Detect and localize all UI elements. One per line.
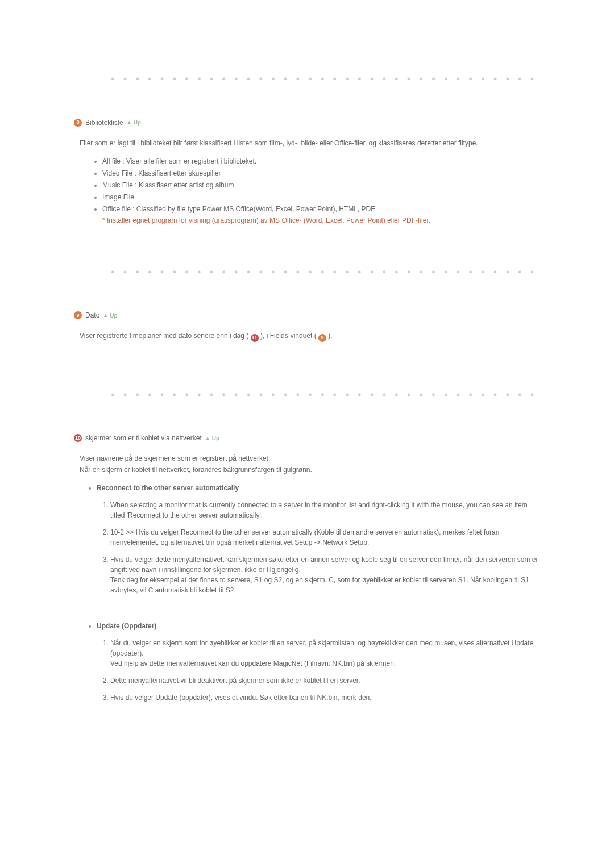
triangle-up-icon: ▲ [205, 436, 210, 441]
up-link[interactable]: ▲Up [103, 311, 117, 320]
list-item-text: Office file : Classified by file type Po… [102, 205, 375, 213]
up-link-label: Up [110, 311, 117, 320]
text-fragment: Når du velger en skjerm som for øyeblikk… [110, 639, 533, 657]
reconnect-heading: Reconnect to the other server automatica… [97, 484, 239, 492]
divider-dots: ● ● ● ● ● ● ● ● ● ● ● ● ● ● ● ● ● ● ● ● … [111, 390, 540, 399]
section-8-list: All file : Viser alle filer som er regis… [102, 156, 540, 226]
section-10-p2: Når en skjerm er koblet til nettverket, … [80, 465, 540, 475]
list-item: When selecting a monitor that is current… [110, 500, 540, 520]
divider-dots: ● ● ● ● ● ● ● ● ● ● ● ● ● ● ● ● ● ● ● ● … [111, 267, 540, 277]
up-link[interactable]: ▲Up [205, 434, 219, 443]
section-9-text: Viser registrerte timeplaner med dato se… [80, 331, 540, 342]
text-fragment: ), i Fields-vinduet ( [260, 332, 317, 340]
triangle-up-icon: ▲ [127, 120, 132, 125]
badge-10-icon: 10 [74, 434, 82, 442]
list-item: 10-2 >> Hvis du velger Reconnect to the … [110, 527, 540, 548]
badge-9-icon: 9 [74, 311, 82, 319]
section-10-sublist-2: Update (Oppdater) Når du velger en skjer… [97, 621, 540, 703]
list-item: Dette menyalternativet vil bli deaktiver… [110, 675, 540, 686]
reconnect-item: Reconnect to the other server automatica… [97, 483, 540, 595]
list-item: Hvis du velger dette menyalternativet, k… [110, 554, 540, 595]
text-fragment: Ved hjelp av dette menyalternativet kan … [110, 660, 396, 667]
up-link-label: Up [134, 118, 141, 127]
list-item: Hvis du velger Update (oppdater), vises … [110, 692, 540, 703]
update-heading: Update (Oppdater) [97, 622, 156, 630]
badge-9-inline-icon: 9 [318, 334, 326, 342]
section-8-intro: Filer som er lagt til i biblioteket blir… [80, 138, 540, 148]
text-fragment: Viser registrerte timeplaner med dato se… [80, 332, 248, 340]
section-10-title: skjermer som er tilkoblet via nettverket [85, 433, 202, 443]
up-link-label: Up [212, 434, 219, 443]
triangle-up-icon: ▲ [103, 313, 108, 318]
up-link[interactable]: ▲Up [127, 118, 141, 127]
section-9-title: Dato [85, 310, 99, 320]
update-item: Update (Oppdater) Når du velger en skjer… [97, 621, 540, 703]
divider-dots: ● ● ● ● ● ● ● ● ● ● ● ● ● ● ● ● ● ● ● ● … [111, 74, 540, 84]
list-item: All file : Viser alle filer som er regis… [102, 156, 540, 166]
section-9-header: 9 Dato ▲Up [74, 310, 540, 320]
install-note: * Installer egnet program for visning (g… [102, 215, 540, 226]
section-8-title: Bibliotekliste [85, 118, 123, 128]
section-8-header: 8 Bibliotekliste ▲Up [74, 118, 540, 128]
text-fragment: Hvis du velger dette menyalternativet, k… [110, 556, 538, 574]
section-10-header: 10 skjermer som er tilkoblet via nettver… [74, 433, 540, 443]
update-steps: Når du velger en skjerm som for øyeblikk… [110, 638, 540, 703]
text-fragment: Tenk deg for eksempel at det finnes to s… [110, 576, 529, 594]
list-item: Video File : Klassifisert etter skuespil… [102, 168, 540, 178]
text-fragment: ). [328, 332, 332, 340]
list-item: Office file : Classified by file type Po… [102, 204, 540, 226]
reconnect-steps: When selecting a monitor that is current… [110, 500, 540, 595]
badge-8-icon: 8 [74, 119, 82, 127]
list-item: Når du velger en skjerm som for øyeblikk… [110, 638, 540, 669]
section-10-sublist: Reconnect to the other server automatica… [97, 483, 540, 595]
list-item: Music File : Klassifisert etter artist o… [102, 180, 540, 190]
list-item: Image File [102, 192, 540, 202]
section-10-p1: Viser navnene på de skjermene som er reg… [80, 453, 540, 464]
badge-11-icon: 11 [251, 334, 259, 342]
